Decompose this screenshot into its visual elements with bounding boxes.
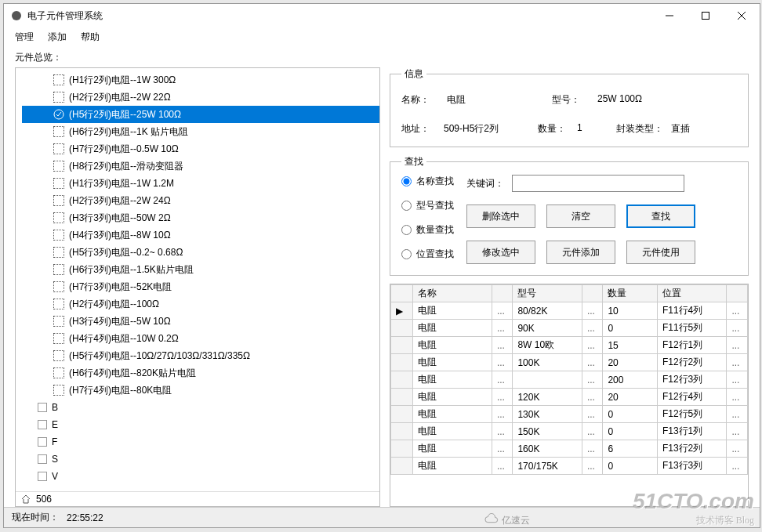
radio-name[interactable]: 名称查找 bbox=[401, 175, 454, 188]
tree-category[interactable]: B bbox=[22, 399, 379, 416]
model-value: 25W 100Ω bbox=[597, 93, 684, 107]
menu-manage[interactable]: 管理 bbox=[15, 31, 34, 44]
menu-help[interactable]: 帮助 bbox=[81, 31, 100, 44]
radio-qty[interactable]: 数量查找 bbox=[401, 223, 454, 237]
minimize-button[interactable] bbox=[651, 4, 688, 27]
status-bar: 现在时间： 22:55:22 bbox=[4, 507, 760, 527]
model-label: 型号： bbox=[552, 93, 594, 107]
table-row[interactable]: 电阻...8W 10欧...15F12行1列... bbox=[391, 337, 748, 354]
table-row[interactable]: 电阻...130K...0F12行5列... bbox=[391, 406, 748, 423]
tree-item[interactable]: (H6行3列)电阻--1.5K贴片电阻 bbox=[22, 261, 379, 278]
table-row[interactable]: ▶电阻...80/82K...10F11行4列... bbox=[391, 302, 748, 320]
home-icon bbox=[20, 494, 31, 505]
yun-watermark: 亿速云 bbox=[484, 513, 530, 527]
search-group: 查找 名称查找 型号查找 数量查找 位置查找 关键词： bbox=[390, 155, 749, 276]
table-row[interactable]: 电阻...160K...6F13行2列... bbox=[391, 440, 748, 458]
use-component-button[interactable]: 元件使用 bbox=[626, 241, 695, 264]
search-legend: 查找 bbox=[401, 155, 426, 168]
maximize-button[interactable] bbox=[688, 4, 724, 27]
tree-footer: 506 bbox=[16, 491, 379, 506]
tree-item[interactable]: (H3行3列)电阻--50W 2Ω bbox=[22, 209, 379, 226]
table-row[interactable]: 电阻......200F12行3列... bbox=[391, 371, 748, 389]
col-model[interactable]: 型号 bbox=[513, 285, 582, 302]
menu-add[interactable]: 添加 bbox=[48, 31, 67, 44]
pkg-label: 封装类型： bbox=[616, 122, 671, 136]
component-tree[interactable]: (H1行2列)电阻--1W 300Ω(H2行2列)电阻--2W 22Ω(H5行2… bbox=[16, 68, 379, 491]
pkg-value: 直插 bbox=[671, 122, 710, 136]
tree-item[interactable]: (H8行2列)电阻--滑动变阻器 bbox=[22, 157, 379, 175]
qty-label: 数量： bbox=[538, 122, 577, 136]
addr-value: 509-H5行2列 bbox=[444, 122, 538, 136]
time-value: 22:55:22 bbox=[67, 512, 103, 523]
tree-item[interactable]: (H7行4列)电阻--80K电阻 bbox=[22, 382, 379, 399]
overview-label: 元件总览： bbox=[15, 51, 749, 64]
tree-category[interactable]: E bbox=[22, 416, 379, 433]
result-grid[interactable]: 名称 型号 数量 位置 ▶电阻...80/82K...10F11行4列...电阻… bbox=[390, 284, 749, 507]
app-icon bbox=[10, 9, 23, 22]
clear-button[interactable]: 清空 bbox=[546, 204, 615, 228]
tree-item[interactable]: (H4行3列)电阻--8W 10Ω bbox=[22, 226, 379, 244]
name-label: 名称： bbox=[401, 93, 444, 107]
keyword-input[interactable] bbox=[512, 175, 684, 192]
addr-label: 地址： bbox=[401, 122, 444, 136]
tree-item[interactable]: (H4行4列)电阻--10W 0.2Ω bbox=[22, 330, 379, 347]
table-row[interactable]: 电阻...90K...0F11行5列... bbox=[391, 320, 748, 337]
info-legend: 信息 bbox=[401, 67, 426, 81]
tree-item[interactable]: (H1行2列)电阻--1W 300Ω bbox=[22, 71, 379, 89]
tree-panel: (H1行2列)电阻--1W 300Ω(H2行2列)电阻--2W 22Ω(H5行2… bbox=[15, 67, 380, 507]
window-title: 电子元件管理系统 bbox=[27, 9, 651, 23]
tree-item[interactable]: (H6行4列)电阻--820K贴片电阻 bbox=[22, 364, 379, 382]
title-bar: 电子元件管理系统 bbox=[4, 4, 760, 27]
tree-item[interactable]: (H2行2列)电阻--2W 22Ω bbox=[22, 89, 379, 106]
table-row[interactable]: 电阻...170/175K...0F13行3列... bbox=[391, 458, 748, 475]
time-label: 现在时间： bbox=[12, 511, 59, 524]
delete-selected-button[interactable]: 删除选中 bbox=[466, 204, 535, 228]
tree-item[interactable]: (H5行3列)电阻--0.2~ 0.68Ω bbox=[22, 244, 379, 261]
tree-category[interactable]: V bbox=[22, 468, 379, 485]
modify-selected-button[interactable]: 修改选中 bbox=[466, 241, 535, 264]
tree-item[interactable]: (H7行2列)电阻--0.5W 10Ω bbox=[22, 140, 379, 157]
tree-count: 506 bbox=[36, 494, 52, 505]
tree-category[interactable]: F bbox=[22, 433, 379, 451]
tree-item[interactable]: (H5行4列)电阻--10Ω/27Ω/103Ω/331Ω/335Ω bbox=[22, 347, 379, 364]
tree-item[interactable]: (H7行3列)电阻--52K电阻 bbox=[22, 278, 379, 295]
close-button[interactable] bbox=[724, 4, 760, 27]
col-loc[interactable]: 位置 bbox=[657, 285, 726, 302]
qty-value: 1 bbox=[577, 122, 616, 136]
table-row[interactable]: 电阻...100K...20F12行2列... bbox=[391, 354, 748, 371]
col-qty[interactable]: 数量 bbox=[603, 285, 658, 302]
tree-item[interactable]: (H5行2列)电阻--25W 100Ω bbox=[22, 106, 379, 123]
table-row[interactable]: 电阻...150K...0F13行1列... bbox=[391, 423, 748, 440]
table-row[interactable]: 电阻...120K...20F12行4列... bbox=[391, 389, 748, 406]
tree-item[interactable]: (H2行4列)电阻--100Ω bbox=[22, 295, 379, 313]
add-component-button[interactable]: 元件添加 bbox=[546, 241, 615, 264]
svg-point-0 bbox=[12, 11, 21, 20]
tree-item[interactable]: (H6行2列)电阻--1K 贴片电阻 bbox=[22, 123, 379, 140]
menu-bar: 管理 添加 帮助 bbox=[4, 27, 760, 46]
tree-item[interactable]: (H1行3列)电阻--1W 1.2M bbox=[22, 175, 379, 192]
radio-model[interactable]: 型号查找 bbox=[401, 199, 454, 212]
svg-rect-2 bbox=[702, 13, 709, 20]
radio-loc[interactable]: 位置查找 bbox=[401, 248, 454, 261]
tree-category[interactable]: S bbox=[22, 451, 379, 468]
find-button[interactable]: 查找 bbox=[626, 204, 695, 228]
info-group: 信息 名称： 电阻 型号： 25W 100Ω 地址： 509-H5行2列 数量：… bbox=[390, 67, 749, 147]
tree-item[interactable]: (H3行4列)电阻--5W 10Ω bbox=[22, 313, 379, 330]
app-window: 电子元件管理系统 管理 添加 帮助 元件总览： (H1行2列)电阻--1W 30… bbox=[3, 3, 760, 528]
keyword-label: 关键词： bbox=[466, 177, 504, 190]
col-name[interactable]: 名称 bbox=[412, 285, 492, 302]
name-value: 电阻 bbox=[447, 93, 549, 107]
tree-item[interactable]: (H2行3列)电阻--2W 24Ω bbox=[22, 192, 379, 209]
